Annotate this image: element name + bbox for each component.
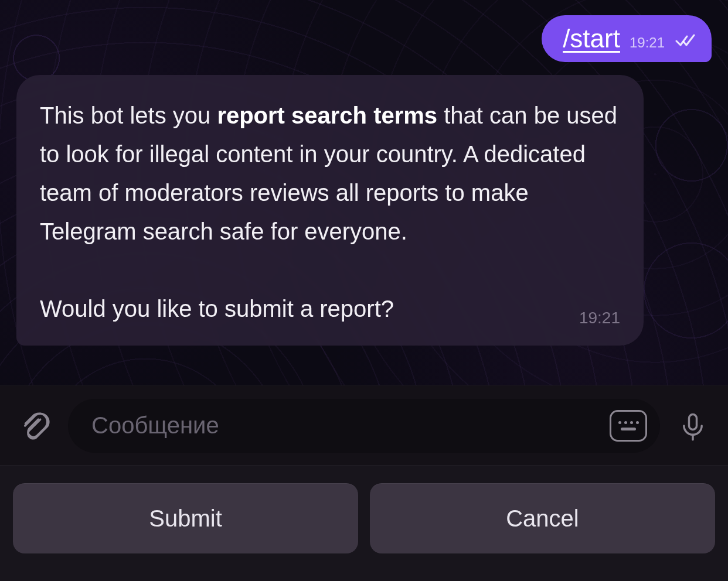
composer-bar [0, 385, 728, 465]
message-field-container[interactable] [68, 399, 660, 453]
cancel-button[interactable]: Cancel [370, 483, 715, 553]
incoming-text-p2: Would you like to submit a report? [40, 296, 394, 322]
svg-rect-0 [689, 414, 697, 429]
incoming-text-prefix: This bot lets you [40, 102, 217, 128]
outgoing-time: 19:21 [630, 35, 665, 51]
outgoing-message-row: /start 19:21 [16, 15, 712, 62]
incoming-time: 19:21 [579, 305, 620, 331]
attach-icon[interactable] [16, 407, 54, 445]
outgoing-command-text[interactable]: /start [563, 26, 620, 52]
submit-button[interactable]: Submit [13, 483, 358, 553]
read-status-icon [675, 33, 695, 47]
bot-keyboard-icon[interactable] [610, 410, 647, 442]
microphone-icon[interactable] [674, 407, 712, 445]
incoming-message-bubble[interactable]: This bot lets you report search terms th… [16, 75, 644, 346]
outgoing-message-bubble[interactable]: /start 19:21 [542, 15, 712, 62]
message-input[interactable] [91, 412, 600, 439]
incoming-message-row: This bot lets you report search terms th… [16, 75, 712, 346]
reply-keyboard: Submit Cancel [0, 465, 728, 581]
chat-scroll-area[interactable]: /start 19:21 This bot lets you report se… [0, 0, 728, 385]
incoming-text-bold: report search terms [217, 102, 437, 128]
